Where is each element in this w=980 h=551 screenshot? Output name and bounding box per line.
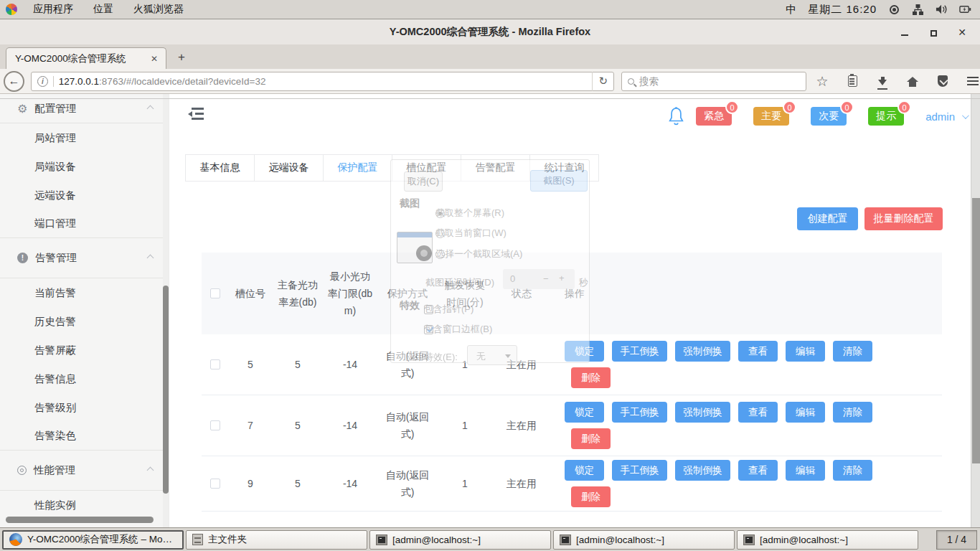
sidebar-item-alarm-info[interactable]: 告警信息 [0, 364, 169, 393]
sidebar-group-label: 性能管理 [34, 463, 75, 477]
menu-applications[interactable]: 应用程序 [23, 0, 83, 19]
delete-button[interactable]: 删除 [571, 486, 611, 507]
input-method-indicator[interactable]: 中 [786, 3, 796, 17]
sidebar-item-remote-device[interactable]: 远端设备 [0, 181, 169, 209]
username: admin [925, 110, 955, 123]
taskbar-terminal-1[interactable]: [admin@localhost:~] [369, 530, 551, 550]
site-info-icon[interactable]: i [37, 76, 48, 87]
reading-list-icon[interactable] [845, 74, 859, 88]
sidebar-item-history-alarm[interactable]: 历史告警 [0, 307, 169, 336]
edit-button[interactable]: 编辑 [786, 402, 825, 423]
menu-firefox[interactable]: 火狐浏览器 [123, 0, 194, 19]
tab-slot-config[interactable]: 槽位配置 [392, 154, 461, 182]
sidebar-item-local-device[interactable]: 局端设备 [0, 152, 169, 181]
delete-button[interactable]: 删除 [571, 367, 611, 388]
lock-button[interactable]: 锁定 [565, 402, 604, 423]
view-button[interactable]: 查看 [738, 341, 778, 362]
home-icon[interactable] [905, 74, 920, 88]
performance-icon [17, 466, 27, 475]
edit-button[interactable]: 编辑 [786, 341, 825, 362]
sidebar-item-station-mgmt[interactable]: 局站管理 [0, 123, 169, 152]
force-switch-button[interactable]: 强制倒换 [675, 460, 730, 481]
sidebar-item-alarm-mask[interactable]: 告警屏蔽 [0, 336, 169, 364]
window-title: Y-OMC2000综合管理系统 - Mozilla Firefox [390, 25, 590, 39]
sidebar-group-performance[interactable]: 性能管理 [0, 451, 169, 491]
row-checkbox[interactable] [210, 359, 220, 369]
sidebar-item-perf-instance[interactable]: 性能实例 [0, 491, 169, 519]
bookmark-star-icon[interactable]: ☆ [815, 74, 829, 88]
row-checkbox[interactable] [210, 479, 220, 489]
network-icon[interactable] [912, 4, 924, 16]
tab-basic-info[interactable]: 基本信息 [185, 154, 255, 182]
clear-button[interactable]: 清除 [833, 341, 872, 362]
tab-close-icon[interactable]: ✕ [149, 52, 160, 65]
delete-button[interactable]: 删除 [571, 428, 611, 449]
chevron-up-icon [147, 467, 154, 474]
clock[interactable]: 星期二 16:20 [808, 3, 877, 17]
sidebar-hscrollbar-thumb[interactable] [6, 517, 154, 523]
search-box[interactable] [621, 72, 806, 91]
batch-delete-button[interactable]: 批量删除配置 [864, 207, 943, 230]
manual-switch-button[interactable]: 手工倒换 [612, 341, 667, 362]
lock-button[interactable]: 锁定 [565, 460, 604, 481]
back-button[interactable]: ← [4, 71, 24, 92]
workspace-pager[interactable]: 1 / 4 [936, 530, 977, 550]
table-row: 7 5 -14 自动(返回式) 1 主在用 锁定 手工倒换 强制倒换 查看 编辑… [202, 395, 942, 456]
bell-icon[interactable] [666, 105, 686, 127]
badge-major[interactable]: 主要 0 [753, 107, 789, 126]
sidebar-item-alarm-level[interactable]: 告警级别 [0, 393, 169, 422]
sidebar-group-alarm[interactable]: ! 告警管理 [0, 238, 169, 278]
manual-switch-button[interactable]: 手工倒换 [612, 460, 667, 481]
maximize-button[interactable] [928, 27, 938, 37]
new-tab-button[interactable]: + [172, 48, 191, 67]
select-all-checkbox[interactable] [210, 288, 220, 298]
collapse-sidebar-icon[interactable] [188, 108, 204, 120]
taskbar-files[interactable]: 主文件夹 [186, 530, 367, 550]
shield-icon[interactable] [936, 74, 950, 88]
taskbar-terminal-2[interactable]: [admin@localhost:~] [553, 530, 735, 550]
cell-slot: 9 [229, 475, 272, 492]
sidebar-item-current-alarm[interactable]: 当前告警 [0, 278, 169, 307]
badge-hint[interactable]: 提示 0 [868, 107, 904, 126]
screen-record-icon[interactable] [888, 4, 900, 16]
menu-places[interactable]: 位置 [83, 0, 123, 19]
battery-icon[interactable] [959, 4, 971, 16]
cell-mode: 自动(返回式) [377, 466, 438, 501]
url-bar[interactable]: i 127.0.0.1 :8763/#/localdevice/detail?d… [31, 72, 614, 91]
menu-hamburger-icon[interactable] [966, 74, 980, 88]
search-input[interactable] [639, 76, 783, 87]
tab-statistics[interactable]: 统计查询 [529, 154, 599, 182]
downloads-icon[interactable] [875, 74, 890, 88]
tab-alarm-config[interactable]: 告警配置 [461, 154, 530, 182]
sidebar-scrollbar-thumb[interactable] [163, 286, 169, 494]
minimize-button[interactable] [900, 27, 910, 37]
tab-remote-device[interactable]: 远端设备 [254, 154, 324, 182]
clear-button[interactable]: 清除 [833, 460, 872, 481]
tab-protection-config[interactable]: 保护配置 [323, 154, 392, 182]
force-switch-button[interactable]: 强制倒换 [675, 402, 730, 423]
cell-power-diff: 5 [272, 475, 324, 492]
terminal-icon [743, 534, 755, 545]
reload-button[interactable]: ↻ [592, 72, 613, 91]
browser-tab[interactable]: Y-OMC2000综合管理系统 ✕ [6, 47, 166, 69]
sidebar-item-alarm-color[interactable]: 告警染色 [0, 422, 169, 451]
badge-minor[interactable]: 次要 0 [811, 107, 847, 126]
view-button[interactable]: 查看 [738, 402, 778, 423]
force-switch-button[interactable]: 强制倒换 [675, 341, 730, 362]
close-button[interactable]: ✕ [957, 27, 967, 37]
taskbar-firefox[interactable]: Y-OMC2000综合管理系统 – Mozill··· [2, 530, 184, 550]
manual-switch-button[interactable]: 手工倒换 [612, 402, 667, 423]
volume-icon[interactable] [936, 4, 948, 16]
clear-button[interactable]: 清除 [833, 402, 872, 423]
row-checkbox[interactable] [210, 420, 220, 430]
user-menu[interactable]: admin [925, 110, 967, 123]
page-scrollbar-thumb[interactable] [972, 198, 980, 463]
create-config-button[interactable]: 创建配置 [797, 207, 858, 230]
sidebar-item-port-mgmt[interactable]: 端口管理 [0, 209, 169, 238]
col-slot: 槽位号 [229, 285, 272, 302]
badge-critical[interactable]: 紧急 0 [696, 107, 732, 126]
edit-button[interactable]: 编辑 [786, 460, 825, 481]
lock-button[interactable]: 锁定 [565, 341, 604, 362]
view-button[interactable]: 查看 [738, 460, 778, 481]
taskbar-terminal-3[interactable]: [admin@localhost:~] [737, 530, 918, 550]
